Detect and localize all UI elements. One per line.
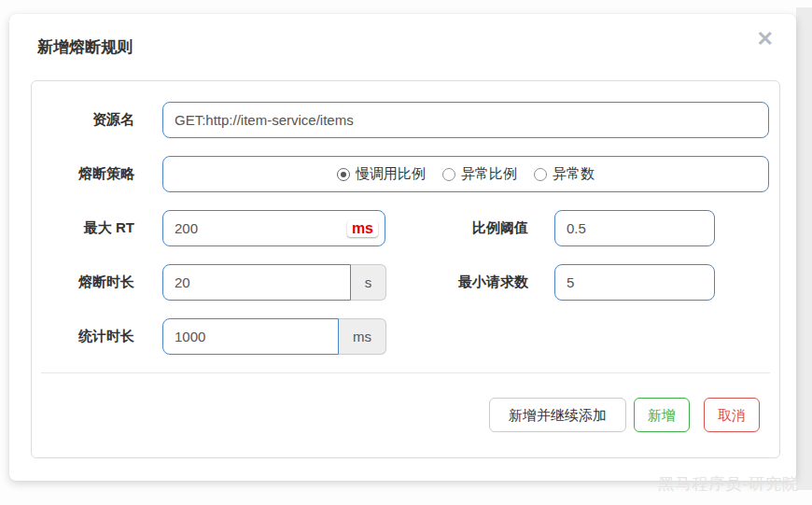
break-duration-label: 熔断时长 [32,274,134,291]
radio-label: 异常比例 [461,165,517,183]
max-rt-field: ms [162,210,386,246]
radio-icon [442,168,455,181]
max-rt-unit-badge: ms [347,220,378,237]
form-panel: 资源名 熔断策略 慢调用比例 异常比例 异常数 最大 R [31,80,780,458]
stat-duration-row: 统计时长 ms [32,318,779,355]
break-duration-input[interactable] [162,264,351,301]
add-and-continue-button[interactable]: 新增并继续添加 [489,398,626,432]
page-background-strip [796,7,812,490]
add-breaker-rule-dialog: 新增熔断规则 ✕ 资源名 熔断策略 慢调用比例 异常比例 异常数 [9,14,796,481]
stat-duration-unit-addon: ms [339,318,386,355]
dialog-header: 新增熔断规则 ✕ [9,14,796,58]
add-button[interactable]: 新增 [634,398,690,432]
ratio-threshold-input[interactable] [554,210,715,246]
min-requests-label: 最小请求数 [386,274,528,291]
break-duration-unit-addon: s [351,264,386,301]
dialog-title: 新增熔断规则 [37,36,768,58]
resource-label: 资源名 [32,111,134,129]
max-rt-label: 最大 RT [32,219,134,237]
radio-icon [534,168,547,181]
radio-icon [337,168,350,181]
ratio-threshold-label: 比例阈值 [386,219,528,237]
strategy-label: 熔断策略 [32,165,134,183]
resource-row: 资源名 [32,102,779,138]
watermark: 黑马程序员-研究院 [658,473,799,495]
stat-duration-label: 统计时长 [32,328,134,345]
cancel-button[interactable]: 取消 [704,398,760,432]
radio-slow-call-ratio[interactable]: 慢调用比例 [337,165,426,183]
resource-input[interactable] [162,102,769,138]
radio-label: 异常数 [553,165,595,183]
radio-label: 慢调用比例 [356,165,426,183]
radio-exception-count[interactable]: 异常数 [534,165,595,183]
footer-divider [41,372,770,373]
stat-duration-input[interactable] [162,318,339,355]
max-rt-ratio-row: 最大 RT ms 比例阈值 [32,210,779,246]
min-requests-input[interactable] [554,264,715,301]
strategy-radio-group: 慢调用比例 异常比例 异常数 [162,156,769,192]
break-duration-field: s [162,264,386,301]
dialog-footer: 新增并继续添加 新增 取消 [32,398,779,432]
duration-minreq-row: 熔断时长 s 最小请求数 [32,264,779,301]
close-icon[interactable]: ✕ [757,29,774,49]
stat-duration-field: ms [162,318,386,355]
radio-exception-ratio[interactable]: 异常比例 [442,165,517,183]
strategy-row: 熔断策略 慢调用比例 异常比例 异常数 [32,156,779,192]
